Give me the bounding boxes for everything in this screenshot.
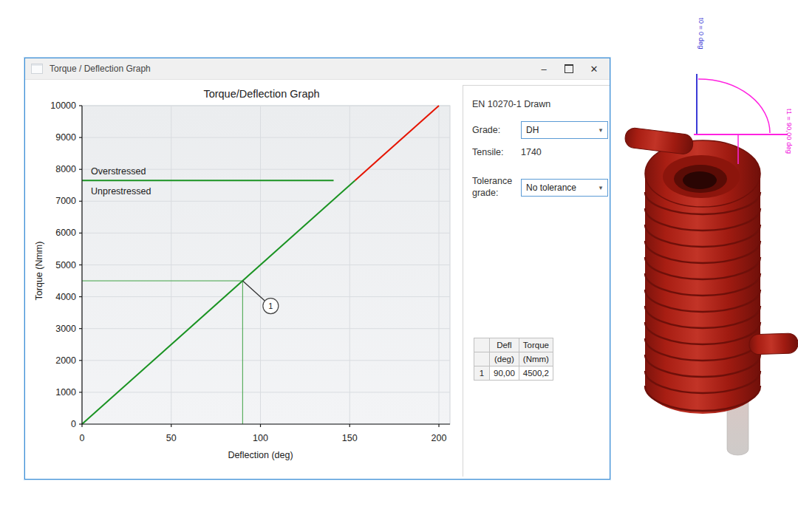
grade-combobox[interactable]: DH ▾ [521, 121, 608, 139]
table-cell-defl: 90,00 [490, 366, 519, 381]
chevron-down-icon: ▾ [594, 126, 607, 134]
svg-text:50: 50 [166, 433, 177, 443]
svg-text:9000: 9000 [55, 132, 76, 143]
angle-arc [698, 79, 770, 133]
standard-label: EN 10270-1 Drawn [472, 99, 550, 109]
callout-1-label: 1 [268, 301, 273, 310]
table-units-row: (deg) (Nmm) [474, 352, 553, 366]
torque-chart: OverstressedUnprestressed010002000300040… [27, 81, 461, 478]
screen: { "window": { "title": "Torque / Deflect… [0, 0, 798, 532]
maximize-button[interactable] [556, 59, 582, 78]
y-axis-label: Torque (Nmm) [34, 242, 44, 301]
window-title: Torque / Deflection Graph [50, 64, 151, 74]
torque-deflection-window: Torque / Deflection Graph – ✕ Overstress… [24, 58, 610, 480]
grade-label: Grade: [472, 125, 500, 135]
panel-divider [463, 85, 463, 477]
minimize-button[interactable]: – [531, 59, 556, 78]
close-button[interactable]: ✕ [582, 59, 607, 78]
table-header-row: Defl Torque [474, 338, 553, 352]
t1-angle-label: t1 = 90,00 deg [785, 109, 794, 154]
tolerance-combobox-value: No tolerance [522, 183, 594, 193]
spring-top-leg [624, 127, 695, 155]
svg-text:7000: 7000 [55, 196, 76, 206]
svg-text:150: 150 [342, 433, 358, 443]
table-units-torque: (Nmm) [519, 352, 553, 366]
panel-divider-top [463, 85, 610, 86]
x-axis-label: Deflection (deg) [228, 450, 293, 460]
svg-text:5000: 5000 [55, 260, 76, 270]
deflection-torque-table: Defl Torque (deg) (Nmm) 1 90,00 4500,2 [474, 338, 553, 381]
table-header-torque: Torque [519, 338, 553, 352]
spring-bore-hole [683, 171, 717, 189]
svg-text:200: 200 [432, 433, 447, 443]
table-cell-torque: 4500,2 [519, 366, 553, 381]
svg-text:6000: 6000 [55, 228, 76, 238]
svg-text:8000: 8000 [55, 164, 76, 174]
table-row-number: 1 [474, 366, 490, 381]
svg-text:2000: 2000 [55, 355, 76, 366]
svg-text:3000: 3000 [55, 324, 76, 334]
chart-title: Torque/Deflection Graph [203, 88, 319, 100]
table-row[interactable]: 1 90,00 4500,2 [474, 366, 553, 381]
svg-text:4000: 4000 [55, 292, 76, 302]
svg-text:100: 100 [253, 433, 268, 443]
grade-combobox-value: DH [522, 125, 594, 135]
t0-angle-label: t0 = 0 deg [698, 18, 706, 50]
svg-text:10000: 10000 [50, 100, 76, 111]
svg-text:0: 0 [80, 433, 85, 443]
tensile-label: Tensile: [472, 147, 503, 157]
svg-text:0: 0 [71, 419, 76, 429]
tensile-value: 1740 [521, 147, 542, 157]
tolerance-grade-combobox[interactable]: No tolerance ▾ [521, 179, 608, 197]
chevron-down-icon: ▾ [594, 184, 607, 191]
table-units-corner [474, 352, 490, 366]
table-header-defl: Defl [490, 338, 519, 352]
svg-text:1000: 1000 [55, 387, 76, 398]
tolerance-grade-label: Tolerance grade: [472, 175, 518, 199]
maximize-icon [565, 64, 573, 73]
unprestressed-label: Unprestressed [91, 186, 151, 197]
spring-coil-body [645, 174, 760, 414]
overstressed-label: Overstressed [91, 166, 146, 177]
spring-bottom-leg [749, 333, 798, 355]
window-icon [31, 64, 43, 74]
spring-3d-view[interactable]: t0 = 0 deg t1 = 90,00 deg [612, 6, 798, 479]
table-corner-cell [474, 338, 490, 352]
table-units-defl: (deg) [490, 352, 519, 366]
title-bar[interactable]: Torque / Deflection Graph – ✕ [25, 58, 610, 80]
